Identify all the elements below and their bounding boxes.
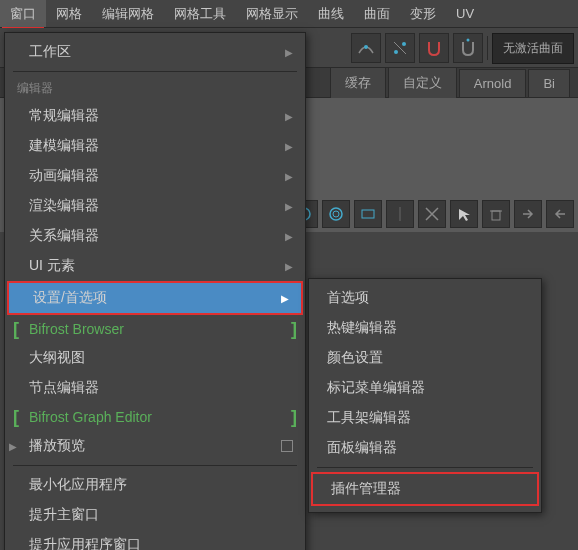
submenu-arrow-icon: ▶: [285, 231, 293, 242]
menu-node-editor[interactable]: 节点编辑器: [5, 373, 305, 403]
active-surface-display: 无激活曲面: [492, 33, 574, 64]
menu-label: 工作区: [29, 43, 71, 61]
bracket-icon: ]: [291, 407, 297, 428]
submenu-arrow-icon: ▶: [285, 261, 293, 272]
menu-label: 颜色设置: [327, 349, 383, 367]
menu-relationship-editors[interactable]: 关系编辑器 ▶: [5, 221, 305, 251]
menu-minimize-app[interactable]: 最小化应用程序: [5, 470, 305, 500]
tab-bifrost[interactable]: Bi: [528, 69, 570, 97]
menu-workspace[interactable]: 工作区 ▶: [5, 37, 305, 67]
menu-label: 插件管理器: [331, 480, 401, 498]
shelf-out-icon[interactable]: [546, 200, 574, 228]
menu-label: 面板编辑器: [327, 439, 397, 457]
bracket-icon: ]: [291, 319, 297, 340]
submenu-shelf-editor[interactable]: 工具架编辑器: [309, 403, 541, 433]
shelf-cut-icon[interactable]: [418, 200, 446, 228]
submenu-arrow-icon: ▶: [285, 111, 293, 122]
menu-deform[interactable]: 变形: [400, 0, 446, 27]
menu-uv[interactable]: UV: [446, 0, 484, 27]
shelf-rect-icon[interactable]: [354, 200, 382, 228]
menu-label: Bifrost Graph Editor: [29, 409, 152, 425]
menu-label: 工具架编辑器: [327, 409, 411, 427]
menu-label: 热键编辑器: [327, 319, 397, 337]
svg-point-0: [364, 45, 368, 49]
menu-mesh-tools[interactable]: 网格工具: [164, 0, 236, 27]
snap-curve-icon[interactable]: [351, 33, 381, 63]
menu-mesh-display[interactable]: 网格显示: [236, 0, 308, 27]
checkbox-icon[interactable]: [281, 440, 293, 452]
menu-outliner[interactable]: 大纲视图: [5, 343, 305, 373]
shelf-trash-icon[interactable]: [482, 200, 510, 228]
svg-rect-10: [492, 211, 500, 220]
bracket-icon: [: [13, 407, 19, 428]
svg-point-2: [402, 42, 406, 46]
tab-arnold[interactable]: Arnold: [459, 69, 527, 97]
submenu-panel-editor[interactable]: 面板编辑器: [309, 433, 541, 463]
svg-rect-8: [362, 210, 374, 218]
menu-label: 提升主窗口: [29, 506, 99, 524]
svg-point-3: [467, 39, 470, 42]
menu-label: 关系编辑器: [29, 227, 99, 245]
menu-label: 渲染编辑器: [29, 197, 99, 215]
shelf-cursor-icon[interactable]: [450, 200, 478, 228]
menu-label: 设置/首选项: [33, 289, 107, 307]
bracket-icon: [: [13, 319, 19, 340]
play-icon: ▶: [9, 441, 17, 452]
submenu-hotkey-editor[interactable]: 热键编辑器: [309, 313, 541, 343]
svg-point-7: [333, 211, 339, 217]
menu-section-editors: 编辑器: [5, 76, 305, 101]
menu-label: 动画编辑器: [29, 167, 99, 185]
settings-submenu: 首选项 热键编辑器 颜色设置 标记菜单编辑器 工具架编辑器 面板编辑器 插件管理…: [308, 278, 542, 513]
menu-label: 常规编辑器: [29, 107, 99, 125]
menu-general-editors[interactable]: 常规编辑器 ▶: [5, 101, 305, 131]
menu-rendering-editors[interactable]: 渲染编辑器 ▶: [5, 191, 305, 221]
menu-label: 标记菜单编辑器: [327, 379, 425, 397]
submenu-color-settings[interactable]: 颜色设置: [309, 343, 541, 373]
menu-animation-editors[interactable]: 动画编辑器 ▶: [5, 161, 305, 191]
snap-live-icon[interactable]: [453, 33, 483, 63]
shelf-ring-icon[interactable]: [322, 200, 350, 228]
menu-bifrost-browser[interactable]: [ Bifrost Browser ]: [5, 315, 305, 343]
submenu-plugin-manager[interactable]: 插件管理器: [313, 474, 537, 504]
svg-point-6: [330, 208, 342, 220]
menu-separator: [13, 465, 297, 466]
menu-bifrost-graph-editor[interactable]: [ Bifrost Graph Editor ]: [5, 403, 305, 431]
menu-curves[interactable]: 曲线: [308, 0, 354, 27]
menu-edit-mesh[interactable]: 编辑网格: [92, 0, 164, 27]
svg-point-1: [394, 50, 398, 54]
snap-point-icon[interactable]: [385, 33, 415, 63]
snap-magnet-icon[interactable]: [419, 33, 449, 63]
menu-surfaces[interactable]: 曲面: [354, 0, 400, 27]
tab-cache[interactable]: 缓存: [330, 67, 386, 98]
submenu-marking-menu-editor[interactable]: 标记菜单编辑器: [309, 373, 541, 403]
menu-label: 提升应用程序窗口: [29, 536, 141, 550]
shelf-sep-icon: [386, 200, 414, 228]
submenu-arrow-icon: ▶: [285, 201, 293, 212]
menu-playblast[interactable]: ▶ 播放预览: [5, 431, 305, 461]
highlight-border: 插件管理器: [311, 472, 539, 506]
tab-custom[interactable]: 自定义: [388, 67, 457, 98]
menu-label: 播放预览: [29, 437, 85, 455]
menu-label: 节点编辑器: [29, 379, 99, 397]
submenu-arrow-icon: ▶: [285, 141, 293, 152]
menu-raise-app-windows[interactable]: 提升应用程序窗口: [5, 530, 305, 550]
menu-label: 建模编辑器: [29, 137, 99, 155]
menu-label: Bifrost Browser: [29, 321, 124, 337]
menu-ui-elements[interactable]: UI 元素 ▶: [5, 251, 305, 281]
shelf-in-icon[interactable]: [514, 200, 542, 228]
submenu-preferences[interactable]: 首选项: [309, 283, 541, 313]
menu-settings-preferences[interactable]: 设置/首选项 ▶: [7, 281, 303, 315]
menu-mesh[interactable]: 网格: [46, 0, 92, 27]
menu-label: 首选项: [327, 289, 369, 307]
menu-label: UI 元素: [29, 257, 75, 275]
menu-label: 大纲视图: [29, 349, 85, 367]
menu-separator: [317, 467, 533, 468]
window-menu: 工作区 ▶ 编辑器 常规编辑器 ▶ 建模编辑器 ▶ 动画编辑器 ▶ 渲染编辑器 …: [4, 32, 306, 550]
submenu-arrow-icon: ▶: [281, 293, 289, 304]
menu-modeling-editors[interactable]: 建模编辑器 ▶: [5, 131, 305, 161]
menu-window[interactable]: 窗口: [0, 0, 46, 27]
menu-label: 最小化应用程序: [29, 476, 127, 494]
menu-raise-main-window[interactable]: 提升主窗口: [5, 500, 305, 530]
menu-separator: [13, 71, 297, 72]
submenu-arrow-icon: ▶: [285, 171, 293, 182]
